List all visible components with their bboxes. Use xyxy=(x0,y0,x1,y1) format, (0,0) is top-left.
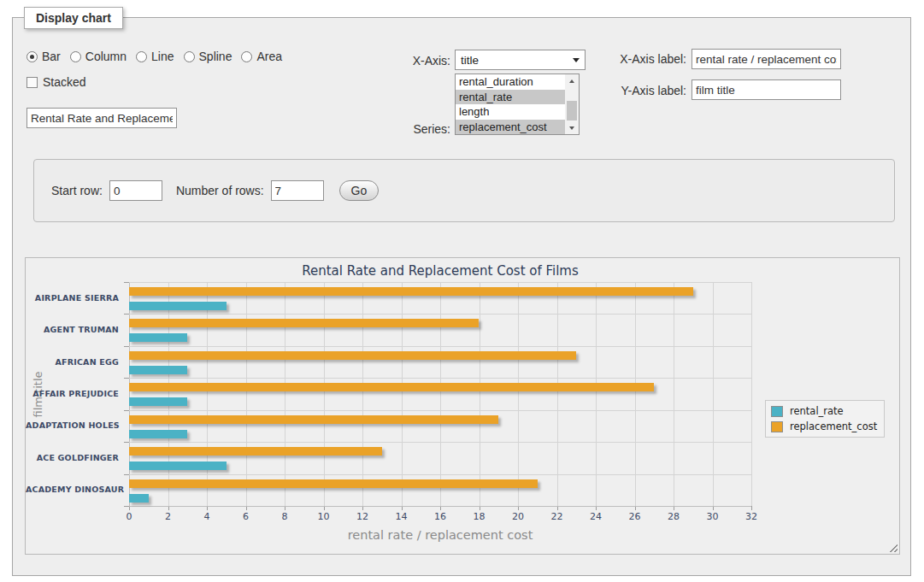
scrollbar[interactable] xyxy=(565,74,579,134)
y-tick-mark xyxy=(124,474,129,475)
radio-line[interactable]: Line xyxy=(136,50,174,63)
chart-bar-rental_rate xyxy=(129,461,227,470)
y-tick-mark xyxy=(124,346,129,347)
radio-area[interactable]: Area xyxy=(241,50,282,63)
series-option-length[interactable]: length xyxy=(456,104,565,120)
radio-label: Bar xyxy=(42,50,61,63)
number-of-rows-input[interactable] xyxy=(271,180,324,201)
resize-handle-icon[interactable] xyxy=(887,542,898,552)
grid-line-v xyxy=(480,282,480,506)
grid-line-h xyxy=(129,314,751,315)
legend-item: replacement_cost xyxy=(771,420,877,432)
chart-bar-rental_rate xyxy=(129,397,187,406)
grid-line-v xyxy=(518,282,519,506)
scroll-up-button[interactable] xyxy=(565,74,579,87)
category-label: ACADEMY DINOSAUR xyxy=(26,485,119,494)
checkbox-icon xyxy=(26,77,38,88)
grid-line-v xyxy=(402,282,403,506)
grid-line-v xyxy=(674,282,674,506)
radio-spline[interactable]: Spline xyxy=(184,50,232,63)
chart-bar-replacement_cost xyxy=(129,287,693,296)
grid-line-h xyxy=(129,442,751,443)
category-label: AIRPLANE SIERRA xyxy=(26,293,119,303)
x-tick-label: 22 xyxy=(544,511,570,522)
chart-title-input[interactable] xyxy=(26,108,177,128)
radio-label: Spline xyxy=(199,50,232,63)
series-option-rental_duration[interactable]: rental_duration xyxy=(456,74,565,90)
series-listbox[interactable]: rental_durationrental_ratelengthreplacem… xyxy=(455,73,580,135)
y-tick-mark xyxy=(124,410,129,411)
x-axis-select[interactable]: title xyxy=(455,50,586,70)
radio-column[interactable]: Column xyxy=(70,50,127,63)
x-axis-selected-value: title xyxy=(461,54,479,67)
legend-label: rental_rate xyxy=(790,405,844,417)
stacked-label: Stacked xyxy=(43,75,86,89)
x-tick-label: 26 xyxy=(622,511,648,522)
grid-line-v xyxy=(751,282,752,506)
stacked-checkbox[interactable]: Stacked xyxy=(26,75,86,89)
start-row-input[interactable] xyxy=(109,180,162,201)
grid-line-h xyxy=(129,506,751,507)
grid-line-v xyxy=(596,282,597,506)
grid-line-h xyxy=(129,410,751,411)
grid-line-v xyxy=(362,282,363,506)
scroll-down-button[interactable] xyxy=(565,121,579,134)
series-option-replacement_cost[interactable]: replacement_cost xyxy=(456,120,565,135)
scrollbar-thumb[interactable] xyxy=(567,101,577,121)
go-button[interactable]: Go xyxy=(339,180,380,201)
grid-line-v xyxy=(324,282,325,506)
x-axis-label-label: X-Axis label: xyxy=(601,52,686,66)
x-tick-label: 4 xyxy=(194,511,220,522)
radio-bar[interactable]: Bar xyxy=(26,50,61,63)
chart-bar-replacement_cost xyxy=(129,415,498,424)
start-row-label: Start row: xyxy=(51,184,103,197)
radio-label: Line xyxy=(151,50,174,63)
plot-area xyxy=(129,282,751,506)
scroll-down-icon xyxy=(569,126,574,130)
legend-item: rental_rate xyxy=(771,405,877,417)
chart-bar-rental_rate xyxy=(129,302,227,310)
x-tick-label: 16 xyxy=(427,511,453,522)
series-options: rental_durationrental_ratelengthreplacem… xyxy=(456,74,565,134)
grid-line-h xyxy=(129,378,751,379)
grid-line-v xyxy=(635,282,636,506)
y-tick-mark xyxy=(124,378,129,379)
x-tick-label: 8 xyxy=(272,511,297,522)
display-chart-fieldset: Display chart BarColumnLineSplineArea St… xyxy=(12,17,911,576)
grid-line-v xyxy=(285,282,285,506)
grid-line-v xyxy=(129,282,130,506)
x-axis-label-input[interactable] xyxy=(692,49,841,69)
scroll-up-icon xyxy=(569,79,574,83)
y-axis-label-input[interactable] xyxy=(692,79,841,100)
x-tick-label: 6 xyxy=(233,511,259,522)
series-option-rental_rate[interactable]: rental_rate xyxy=(456,90,565,105)
x-tick-label: 0 xyxy=(116,511,142,522)
x-tick-label: 2 xyxy=(156,511,181,522)
number-of-rows-label: Number of rows: xyxy=(176,184,264,197)
grid-line-h xyxy=(129,474,751,475)
grid-line-v xyxy=(713,282,714,506)
x-tick-label: 14 xyxy=(389,511,415,522)
chart-bar-replacement_cost xyxy=(129,351,576,360)
radio-icon xyxy=(70,51,81,62)
x-tick-label: 24 xyxy=(583,511,609,522)
radio-icon xyxy=(241,51,252,62)
x-tick-label: 32 xyxy=(739,511,764,522)
y-tick-mark xyxy=(124,314,129,315)
category-label: ACE GOLDFINGER xyxy=(26,453,119,462)
category-label: AFFAIR PREJUDICE xyxy=(26,389,119,398)
grid-line-v xyxy=(168,282,169,506)
legend-label: replacement_cost xyxy=(790,420,877,432)
chart-bar-rental_rate xyxy=(129,366,187,374)
grid-line-v xyxy=(246,282,247,506)
category-label: AFRICAN EGG xyxy=(26,357,119,367)
y-axis-label-label: Y-Axis label: xyxy=(601,84,686,97)
category-label: ADAPTATION HOLES xyxy=(26,420,119,430)
x-tick-labels: 02468101214161820222426283032 xyxy=(129,511,751,523)
radio-icon xyxy=(26,51,38,62)
x-tick-mark xyxy=(751,506,752,510)
fieldset-legend: Display chart xyxy=(24,7,123,29)
category-label: AGENT TRUMAN xyxy=(26,325,119,334)
y-tick-mark xyxy=(124,506,129,507)
radio-icon xyxy=(136,51,147,62)
